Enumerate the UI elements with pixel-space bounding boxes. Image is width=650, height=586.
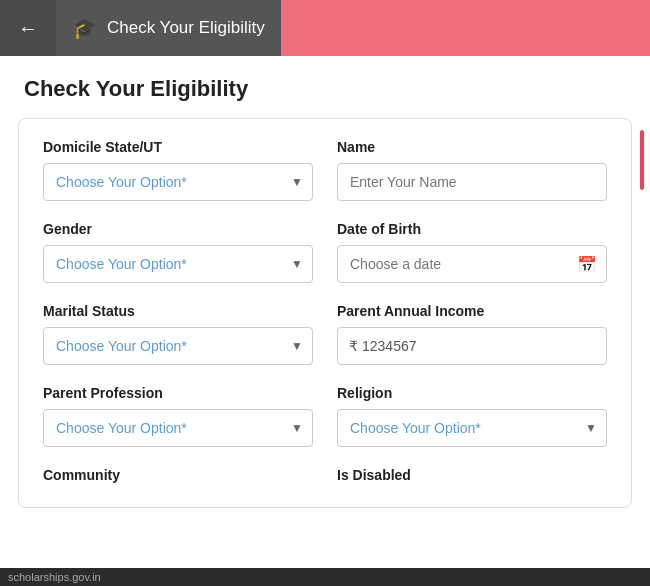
rupee-icon: ₹ xyxy=(349,338,358,354)
marital-status-select-wrapper: Choose Your Option* ▼ xyxy=(43,327,313,365)
back-button[interactable]: ← xyxy=(0,0,56,56)
religion-group: Religion Choose Your Option* ▼ xyxy=(337,385,607,447)
eligibility-form: Domicile State/UT Choose Your Option* ▼ … xyxy=(18,118,632,508)
scroll-indicator xyxy=(640,130,644,190)
name-label: Name xyxy=(337,139,607,155)
status-bar-url: scholarships.gov.in xyxy=(8,571,101,583)
parent-profession-select[interactable]: Choose Your Option* xyxy=(43,409,313,447)
domicile-state-select-wrapper: Choose Your Option* ▼ xyxy=(43,163,313,201)
is-disabled-group: Is Disabled xyxy=(337,467,607,483)
status-bar: scholarships.gov.in xyxy=(0,568,650,586)
form-row-2: Gender Choose Your Option* ▼ Date of Bir… xyxy=(43,221,607,283)
form-row-1: Domicile State/UT Choose Your Option* ▼ … xyxy=(43,139,607,201)
community-label: Community xyxy=(43,467,313,483)
parent-income-input[interactable] xyxy=(337,327,607,365)
gender-select-wrapper: Choose Your Option* ▼ xyxy=(43,245,313,283)
dob-label: Date of Birth xyxy=(337,221,607,237)
is-disabled-label: Is Disabled xyxy=(337,467,607,483)
parent-profession-label: Parent Profession xyxy=(43,385,313,401)
form-row-3: Marital Status Choose Your Option* ▼ Par… xyxy=(43,303,607,365)
header-pink-bar xyxy=(281,0,650,56)
header-title-section: 🎓 Check Your Eligibility xyxy=(56,0,281,56)
form-row-5: Community Is Disabled xyxy=(43,467,607,483)
dob-input[interactable] xyxy=(337,245,607,283)
back-arrow-icon: ← xyxy=(18,17,38,40)
app-header: ← 🎓 Check Your Eligibility xyxy=(0,0,650,56)
domicile-state-select[interactable]: Choose Your Option* xyxy=(43,163,313,201)
dob-input-wrapper: 📅 xyxy=(337,245,607,283)
religion-select-wrapper: Choose Your Option* ▼ xyxy=(337,409,607,447)
parent-income-label: Parent Annual Income xyxy=(337,303,607,319)
graduation-cap-icon: 🎓 xyxy=(72,16,97,40)
parent-income-group: Parent Annual Income ₹ xyxy=(337,303,607,365)
page-title: Check Your Eligibility xyxy=(0,56,650,118)
parent-profession-group: Parent Profession Choose Your Option* ▼ xyxy=(43,385,313,447)
domicile-state-label: Domicile State/UT xyxy=(43,139,313,155)
community-group: Community xyxy=(43,467,313,483)
header-title: Check Your Eligibility xyxy=(107,18,265,38)
marital-status-select[interactable]: Choose Your Option* xyxy=(43,327,313,365)
religion-label: Religion xyxy=(337,385,607,401)
marital-status-label: Marital Status xyxy=(43,303,313,319)
parent-profession-select-wrapper: Choose Your Option* ▼ xyxy=(43,409,313,447)
domicile-state-group: Domicile State/UT Choose Your Option* ▼ xyxy=(43,139,313,201)
gender-label: Gender xyxy=(43,221,313,237)
dob-group: Date of Birth 📅 xyxy=(337,221,607,283)
name-group: Name xyxy=(337,139,607,201)
gender-group: Gender Choose Your Option* ▼ xyxy=(43,221,313,283)
marital-status-group: Marital Status Choose Your Option* ▼ xyxy=(43,303,313,365)
gender-select[interactable]: Choose Your Option* xyxy=(43,245,313,283)
parent-income-input-wrapper: ₹ xyxy=(337,327,607,365)
name-input[interactable] xyxy=(337,163,607,201)
form-row-4: Parent Profession Choose Your Option* ▼ … xyxy=(43,385,607,447)
religion-select[interactable]: Choose Your Option* xyxy=(337,409,607,447)
calendar-icon: 📅 xyxy=(577,255,597,274)
